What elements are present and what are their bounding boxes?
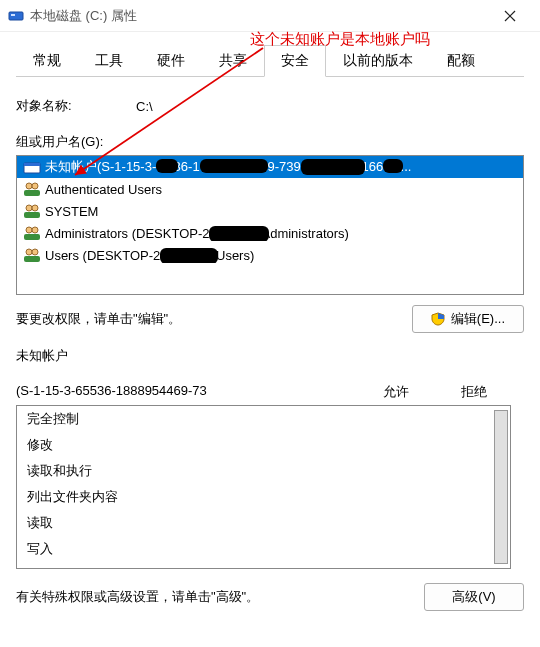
perm-row: 读取和执行 <box>17 458 510 484</box>
perm-row: 完全控制 <box>17 406 510 432</box>
unknown-account-icon <box>23 159 41 175</box>
svg-rect-2 <box>11 14 15 16</box>
svg-point-7 <box>26 183 32 189</box>
window-title: 本地磁盘 (C:) 属性 <box>30 7 488 25</box>
perm-row: 读取 <box>17 510 510 536</box>
list-item-label: Administrators (DESKTOP-2XXXXXXAdministr… <box>45 226 349 241</box>
allow-header: 允许 <box>383 383 409 401</box>
svg-point-13 <box>26 227 32 233</box>
tab-security[interactable]: 安全 <box>264 45 326 77</box>
group-icon <box>23 181 41 197</box>
list-item-label: 未知帐户(S-1-15-3-XX36-1XXXXXXX69-739XXXXXXX… <box>45 158 411 176</box>
scrollbar[interactable] <box>494 410 508 564</box>
svg-rect-6 <box>24 163 40 166</box>
svg-point-11 <box>32 205 38 211</box>
edit-hint: 要更改权限，请单击"编辑"。 <box>16 310 181 328</box>
tab-previous-versions[interactable]: 以前的版本 <box>326 45 430 77</box>
group-icon <box>23 225 41 241</box>
list-item[interactable]: 未知帐户(S-1-15-3-XX36-1XXXXXXX69-739XXXXXXX… <box>17 156 523 178</box>
svg-rect-18 <box>24 256 40 262</box>
list-item-label: Users (DESKTOP-2XXXXXX\Users) <box>45 248 254 263</box>
drive-icon <box>8 8 24 24</box>
list-item[interactable]: Users (DESKTOP-2XXXXXX\Users) <box>17 244 523 266</box>
deny-header: 拒绝 <box>461 383 487 401</box>
object-name-label: 对象名称: <box>16 97 96 115</box>
svg-rect-12 <box>24 212 40 218</box>
perm-row: 写入 <box>17 536 510 562</box>
svg-point-8 <box>32 183 38 189</box>
tab-hardware[interactable]: 硬件 <box>140 45 202 77</box>
object-name-value: C:\ <box>136 99 153 114</box>
list-item[interactable]: Authenticated Users <box>17 178 523 200</box>
svg-rect-15 <box>24 234 40 240</box>
list-item[interactable]: Administrators (DESKTOP-2XXXXXXAdministr… <box>17 222 523 244</box>
permissions-listbox[interactable]: 完全控制 修改 读取和执行 列出文件夹内容 读取 写入 <box>16 405 511 569</box>
perm-row: 修改 <box>17 432 510 458</box>
tab-sharing[interactable]: 共享 <box>202 45 264 77</box>
list-item-label: Authenticated Users <box>45 182 162 197</box>
edit-button[interactable]: 编辑(E)... <box>412 305 524 333</box>
users-listbox[interactable]: 未知帐户(S-1-15-3-XX36-1XXXXXXX69-739XXXXXXX… <box>16 155 524 295</box>
titlebar: 本地磁盘 (C:) 属性 <box>0 0 540 32</box>
group-icon <box>23 247 41 263</box>
tab-quota[interactable]: 配额 <box>430 45 492 77</box>
edit-button-label: 编辑(E)... <box>451 310 505 328</box>
uac-shield-icon <box>431 312 445 326</box>
svg-rect-9 <box>24 190 40 196</box>
svg-point-10 <box>26 205 32 211</box>
svg-point-14 <box>32 227 38 233</box>
perm-row: 列出文件夹内容 <box>17 484 510 510</box>
advanced-button[interactable]: 高级(V) <box>424 583 524 611</box>
selected-principal-line2: (S-1-15-3-65536-1888954469-73 <box>16 383 383 401</box>
tab-tools[interactable]: 工具 <box>78 45 140 77</box>
tab-general[interactable]: 常规 <box>16 45 78 77</box>
svg-point-16 <box>26 249 32 255</box>
annotation-text: 这个未知账户是本地账户吗 <box>250 30 430 49</box>
selected-principal-line1: 未知帐户 <box>16 347 524 365</box>
list-item-label: SYSTEM <box>45 204 98 219</box>
group-icon <box>23 203 41 219</box>
list-item[interactable]: SYSTEM <box>17 200 523 222</box>
svg-point-17 <box>32 249 38 255</box>
advanced-hint: 有关特殊权限或高级设置，请单击"高级"。 <box>16 588 259 606</box>
groups-label: 组或用户名(G): <box>16 133 524 151</box>
close-button[interactable] <box>488 0 532 32</box>
